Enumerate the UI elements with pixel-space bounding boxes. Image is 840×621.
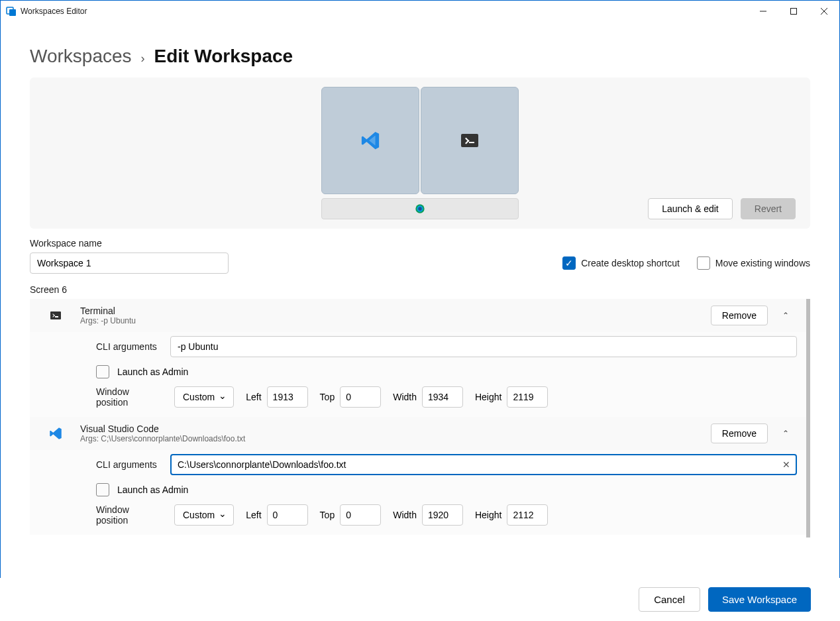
launch-admin-checkbox[interactable] (96, 483, 109, 496)
remove-button[interactable]: Remove (711, 423, 768, 443)
edge-icon (415, 203, 425, 214)
footer: Cancel Save Workspace (0, 578, 840, 621)
width-label: Width (393, 510, 417, 520)
vscode-icon (49, 427, 62, 440)
cli-args-label: CLI arguments (96, 341, 162, 352)
revert-button: Revert (741, 198, 796, 219)
position-mode-select[interactable]: Custom (174, 386, 234, 408)
chevron-up-icon[interactable]: ⌃ (774, 422, 797, 445)
terminal-icon (50, 311, 61, 319)
top-input[interactable] (340, 504, 381, 526)
move-windows-checkbox[interactable] (697, 256, 710, 270)
height-input[interactable] (507, 386, 548, 408)
cancel-button[interactable]: Cancel (639, 587, 700, 612)
left-label: Left (246, 392, 261, 402)
top-label: Top (320, 510, 335, 520)
titlebar: Workspaces Editor (1, 1, 839, 22)
launch-edit-button[interactable]: Launch & edit (648, 198, 733, 219)
window-position-label: Window position (96, 386, 162, 408)
launch-admin-label: Launch as Admin (117, 484, 188, 495)
top-input[interactable] (340, 386, 381, 408)
screen-label: Screen 6 (30, 284, 810, 295)
svg-rect-1 (9, 9, 16, 16)
create-shortcut-checkbox[interactable] (562, 256, 576, 270)
app-title: Terminal (80, 306, 703, 316)
minimize-button[interactable] (748, 1, 778, 22)
app-header[interactable]: Visual Studio Code Args: C;\Users\connor… (30, 417, 806, 450)
workspace-name-label: Workspace name (30, 238, 810, 249)
terminal-icon (461, 134, 478, 147)
top-label: Top (320, 392, 335, 402)
clear-input-icon[interactable]: ✕ (782, 459, 790, 470)
app-args-summary: Args: C;\Users\connorplante\Downloads\fo… (80, 434, 703, 443)
breadcrumb: Workspaces › Edit Workspace (1, 22, 839, 78)
app-icon (6, 6, 17, 17)
width-label: Width (393, 392, 417, 402)
svg-point-8 (418, 207, 421, 210)
window-title: Workspaces Editor (21, 7, 87, 16)
workspace-name-input[interactable] (30, 253, 229, 274)
create-shortcut-label: Create desktop shortcut (581, 258, 680, 268)
preview-tile-vscode[interactable] (321, 87, 419, 194)
app-header[interactable]: Terminal Args: -p Ubuntu Remove ⌃ (30, 299, 806, 332)
left-input[interactable] (267, 504, 308, 526)
svg-rect-3 (791, 9, 797, 15)
left-label: Left (246, 510, 261, 520)
save-workspace-button[interactable]: Save Workspace (708, 587, 811, 612)
width-input[interactable] (422, 386, 463, 408)
position-mode-select[interactable]: Custom (174, 504, 234, 526)
height-label: Height (475, 510, 501, 520)
width-input[interactable] (422, 504, 463, 526)
vscode-icon (360, 131, 380, 150)
app-item-terminal: Terminal Args: -p Ubuntu Remove ⌃ CLI ar… (30, 299, 806, 417)
close-button[interactable] (809, 1, 839, 22)
remove-button[interactable]: Remove (711, 306, 768, 325)
cli-args-input[interactable] (170, 454, 797, 475)
chevron-right-icon: › (141, 52, 145, 66)
move-windows-label: Move existing windows (715, 258, 810, 268)
preview-taskbar (321, 198, 519, 219)
page-title: Edit Workspace (154, 46, 293, 67)
chevron-up-icon[interactable]: ⌃ (774, 304, 797, 327)
breadcrumb-root[interactable]: Workspaces (30, 46, 132, 67)
layout-preview: Launch & edit Revert (30, 78, 810, 229)
window-controls (748, 1, 839, 22)
left-input[interactable] (267, 386, 308, 408)
preview-tile-terminal[interactable] (421, 87, 519, 194)
app-item-vscode: Visual Studio Code Args: C;\Users\connor… (30, 417, 806, 535)
maximize-button[interactable] (778, 1, 809, 22)
launch-admin-label: Launch as Admin (117, 367, 188, 377)
app-title: Visual Studio Code (80, 423, 703, 434)
app-args-summary: Args: -p Ubuntu (80, 316, 703, 325)
height-input[interactable] (507, 504, 548, 526)
cli-args-input[interactable] (170, 336, 797, 357)
window-position-label: Window position (96, 504, 162, 526)
height-label: Height (475, 392, 501, 402)
cli-args-label: CLI arguments (96, 459, 162, 470)
launch-admin-checkbox[interactable] (96, 365, 109, 378)
